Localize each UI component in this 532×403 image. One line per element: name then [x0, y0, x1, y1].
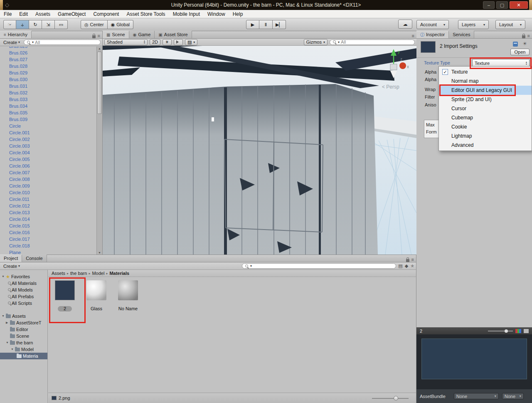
menu-item[interactable]: Component	[89, 10, 123, 18]
breadcrumb-model[interactable]: Model	[92, 271, 104, 276]
rgb-channels-icon[interactable]	[515, 329, 521, 333]
hierarchy-item[interactable]: Plane	[0, 249, 96, 255]
favorites-item[interactable]: All Materials	[0, 280, 47, 287]
asset-item-glass[interactable]: Glass	[83, 280, 110, 311]
menu-item[interactable]: Assets	[32, 10, 54, 18]
cloud-services-button[interactable]: ☁	[398, 20, 412, 29]
hierarchy-item[interactable]: Brus.033	[0, 96, 96, 103]
hierarchy-scrollbar[interactable]: ▲ ▼	[96, 47, 102, 255]
scale-tool-button[interactable]: ⇲	[42, 20, 55, 29]
hierarchy-item[interactable]: Circle.011	[0, 196, 96, 203]
menu-option[interactable]: ✓ Lightmap	[439, 131, 532, 141]
hierarchy-item[interactable]: Circle.009	[0, 183, 96, 189]
search-by-label-icon[interactable]: ◆	[405, 263, 408, 269]
hierarchy-item[interactable]: Circle.006	[0, 163, 96, 169]
asset-item-no-name[interactable]: No Name	[115, 280, 141, 311]
folder-assetstore[interactable]: ▶ AssetStoreT	[0, 319, 47, 326]
breadcrumb-assets[interactable]: Assets	[52, 271, 65, 276]
assetbundle-variant-dropdown[interactable]: None▾	[502, 393, 524, 399]
menu-option[interactable]: ✓ Texture	[439, 67, 532, 77]
menu-item[interactable]: Help	[229, 10, 247, 18]
tab-scene[interactable]: ▦Scene	[103, 31, 129, 38]
close-button[interactable]: ✕	[510, 1, 528, 9]
gizmos-dropdown[interactable]: Gizmos▾	[304, 39, 328, 45]
help-icon[interactable]	[513, 42, 518, 47]
hierarchy-item[interactable]: Circle.002	[0, 136, 96, 143]
hierarchy-create-button[interactable]: Create▾	[2, 40, 22, 45]
scroll-up-icon[interactable]: ▲	[97, 47, 102, 50]
project-search-input[interactable]: ▾	[242, 263, 396, 269]
account-dropdown[interactable]: Account▾	[416, 20, 449, 29]
menu-option[interactable]: ✓ Editor GUI and Legacy GUI	[439, 86, 532, 95]
hierarchy-item[interactable]: Circle.018	[0, 242, 96, 249]
hierarchy-item[interactable]: Circle.008	[0, 176, 96, 183]
asset-item-2[interactable]: 2	[52, 280, 78, 312]
play-button[interactable]: ▶	[246, 20, 259, 29]
hierarchy-item[interactable]: Circle.001	[0, 129, 96, 136]
hierarchy-item[interactable]: Circle.004	[0, 149, 96, 156]
tab-console[interactable]: Console	[22, 255, 47, 262]
hierarchy-item[interactable]: Circle.014	[0, 216, 96, 223]
hierarchy-item[interactable]: Circle.005	[0, 156, 96, 163]
mip-slider[interactable]	[488, 331, 513, 331]
hierarchy-item[interactable]: Circle.015	[0, 223, 96, 229]
folder-scene[interactable]: Scene	[0, 333, 47, 339]
menu-option[interactable]: ✓ Cookie	[439, 122, 532, 131]
pause-button[interactable]: Ⅱ	[259, 20, 273, 29]
material-sphere-thumbnail[interactable]	[86, 280, 106, 300]
project-create-button[interactable]: Create▾	[2, 264, 22, 269]
foldout-open-icon[interactable]: ▼	[2, 313, 6, 319]
menu-option[interactable]: ✓ Cubemap	[439, 113, 532, 122]
folder-materials-selected[interactable]: Materia	[0, 353, 47, 359]
assetbundle-dropdown[interactable]: None▾	[454, 393, 499, 399]
assets-root-folder[interactable]: ▼ Assets	[0, 313, 47, 319]
panel-menu-icon[interactable]: ≡	[527, 33, 530, 38]
hierarchy-search-input[interactable]: ▾ All	[24, 40, 101, 45]
hierarchy-item[interactable]: Brus.031	[0, 83, 96, 89]
foldout-open-icon[interactable]: ▼	[11, 346, 15, 353]
tab-asset-store[interactable]: ▣Asset Store	[155, 31, 192, 38]
hierarchy-item[interactable]: Brus.034	[0, 103, 96, 109]
rotate-tool-button[interactable]: ↻	[29, 20, 42, 29]
favorites-item[interactable]: All Models	[0, 287, 47, 293]
foldout-closed-icon[interactable]: ▶	[6, 319, 10, 326]
hierarchy-item[interactable]: Brus.028	[0, 63, 96, 69]
step-button[interactable]: ▶▏	[273, 20, 286, 29]
menu-option[interactable]: ✓ Normal map	[439, 77, 532, 86]
hierarchy-item[interactable]: Circle.012	[0, 203, 96, 209]
move-tool-button[interactable]: ↔↕	[16, 20, 29, 29]
breadcrumb-the-barn[interactable]: the barn	[70, 271, 87, 276]
hand-tool-button[interactable]: ☞	[3, 20, 16, 29]
favorites-item[interactable]: All Scripts	[0, 300, 47, 307]
hierarchy-item[interactable]: Brus.026	[0, 49, 96, 56]
panel-menu-icon[interactable]: ≡	[412, 33, 414, 38]
lock-icon[interactable]	[522, 35, 525, 38]
tab-game[interactable]: ◉Game	[129, 31, 155, 38]
minimize-button[interactable]: –	[483, 1, 495, 9]
menu-option[interactable]: ✓ Advanced	[439, 141, 532, 150]
folder-model[interactable]: ▼ Model	[0, 346, 47, 353]
material-sphere-thumbnail[interactable]	[118, 280, 138, 300]
hierarchy-item[interactable]: Circle.003	[0, 143, 96, 149]
menu-item[interactable]: Mobile Input	[169, 10, 204, 18]
favorites-header[interactable]: ▼ ★ Favorites	[0, 273, 47, 280]
menu-option[interactable]: ✓ Cursor	[439, 104, 532, 113]
hierarchy-item[interactable]: Circle.007	[0, 169, 96, 176]
lock-icon[interactable]	[92, 35, 96, 38]
menu-item[interactable]: Edit	[15, 10, 32, 18]
hierarchy-item[interactable]: Brus.030	[0, 76, 96, 83]
texture-thumbnail[interactable]	[55, 280, 75, 300]
foldout-open-icon[interactable]: ▼	[2, 273, 6, 280]
thumbnail-zoom-slider[interactable]	[372, 398, 409, 399]
rect-tool-button[interactable]: ▭	[55, 20, 68, 29]
hierarchy-item[interactable]: Brus.027	[0, 56, 96, 63]
tab-services[interactable]: Services	[449, 31, 474, 38]
tab-inspector[interactable]: ⓘInspector	[416, 31, 449, 38]
folder-editor[interactable]: Editor	[0, 326, 47, 333]
hierarchy-item[interactable]: Brus.025	[0, 47, 96, 49]
maximize-button[interactable]: ▢	[496, 1, 508, 9]
perspective-label[interactable]: < Persp	[382, 84, 399, 90]
pivot-toggle-button[interactable]: ◎Center	[81, 20, 108, 29]
lock-icon[interactable]	[406, 259, 409, 262]
hierarchy-item[interactable]: Circle.016	[0, 229, 96, 236]
